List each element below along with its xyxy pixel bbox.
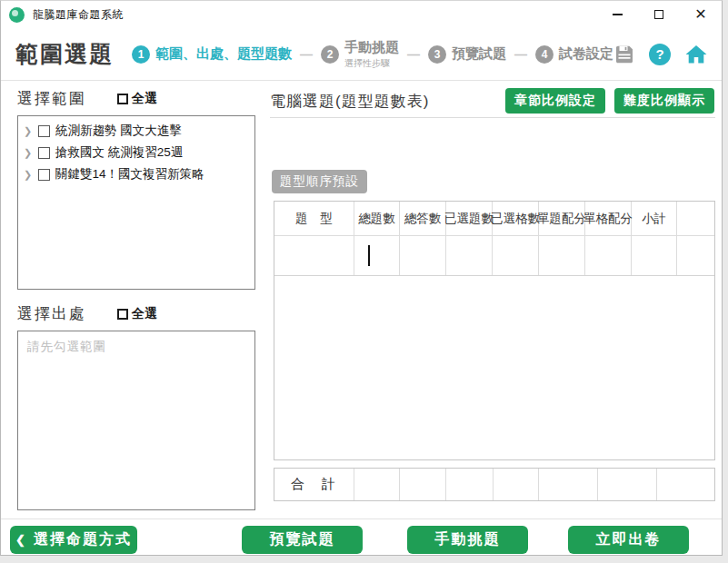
totals-cell [539, 469, 598, 500]
close-icon: ✕ [694, 7, 706, 22]
step-2-circle: 2 [321, 45, 339, 64]
step-separator: — [514, 47, 527, 62]
maximize-icon [654, 10, 663, 19]
manual-pick-button[interactable]: 手動挑題 [407, 526, 528, 554]
totals-cell [494, 469, 539, 500]
range-title: 選擇範圍 [17, 88, 86, 109]
save-icon[interactable] [613, 44, 635, 65]
col-points-per-blank: 單格配分 [585, 202, 632, 235]
help-icon[interactable]: ? [649, 44, 671, 65]
source-select-all-checkbox[interactable] [117, 309, 128, 320]
titlebar: 龍騰題庫命題系統 ✕ [1, 1, 722, 28]
tree-item-book-3[interactable]: ❯ 關鍵雙14！國文複習新策略 [20, 163, 253, 185]
close-button[interactable]: ✕ [680, 1, 722, 28]
col-selected-questions: 已選題數 [446, 202, 493, 235]
table-empty-row[interactable] [274, 236, 714, 276]
right-panel-header: 電腦選題(題型題數表) 章節比例設定 難度比例顯示 [270, 88, 714, 114]
difficulty-ratio-button[interactable]: 難度比例顯示 [614, 88, 714, 114]
app-window: 龍騰題庫命題系統 ✕ 範圍選題 1 範圍、出處、題型題數 — 2 手動挑題 選擇… [0, 0, 723, 556]
question-type-table: 題 型 總題數 總答數 已選題數 已選格數 單題配分 單格配分 小計 [274, 201, 715, 460]
totals-cell [354, 469, 400, 500]
left-panel: 選擇範圍 全選 ❯ 統測新趨勢 國文大進擊 ❯ 搶救國文 統測複習25週 ❯ 關… [17, 88, 255, 510]
tree-item-book-1[interactable]: ❯ 統測新趨勢 國文大進擊 [20, 120, 253, 142]
col-total-answers: 總答數 [400, 202, 446, 235]
step-separator: — [300, 47, 313, 62]
step-separator: — [407, 47, 420, 62]
cell-total-questions[interactable] [354, 236, 400, 275]
step-3-preview[interactable]: 3 預覽試題 [428, 45, 506, 64]
range-tree: ❯ 統測新趨勢 國文大進擊 ❯ 搶救國文 統測複習25週 ❯ 關鍵雙14！國文複… [17, 115, 255, 290]
computer-selection-title: 電腦選題(題型題數表) [270, 91, 429, 112]
step-4-paper-settings[interactable]: 4 試卷設定 [535, 45, 613, 64]
page-header: 範圍選題 1 範圍、出處、題型題數 — 2 手動挑題 選擇性步驟 — 3 預覽試… [1, 28, 722, 81]
source-select-all[interactable]: 全選 [117, 306, 157, 322]
step-2-manual-pick[interactable]: 2 手動挑題 選擇性步驟 [321, 39, 399, 70]
range-select-all[interactable]: 全選 [117, 91, 157, 107]
window-controls: ✕ [596, 1, 722, 28]
right-panel-divider [270, 117, 715, 118]
col-total-questions: 總題數 [354, 202, 400, 235]
question-order-preset-button[interactable]: 題型順序預設 [272, 170, 367, 193]
chevron-left-icon: ❮ [15, 533, 27, 547]
source-placeholder: 請先勾選範圍 [27, 339, 245, 355]
expand-icon[interactable]: ❯ [24, 169, 33, 181]
range-section-header: 選擇範圍 全選 [17, 88, 255, 109]
step-4-circle: 4 [535, 45, 553, 64]
totals-cell [446, 469, 494, 500]
step-1-range[interactable]: 1 範圍、出處、題型題數 [132, 45, 292, 64]
step-1-circle: 1 [132, 45, 150, 64]
totals-cell [400, 469, 446, 500]
cell-points-per-question[interactable] [539, 236, 585, 275]
text-cursor [368, 245, 370, 266]
app-logo-icon [9, 7, 25, 23]
cell-points-per-blank[interactable] [585, 236, 632, 275]
footer-divider [1, 519, 722, 519]
source-section-header: 選擇出處 全選 [17, 303, 255, 324]
book-2-checkbox[interactable] [38, 147, 50, 159]
col-selected-blanks: 已選格數 [493, 202, 539, 235]
header-icons: ? [613, 44, 708, 65]
cell-subtotal[interactable] [632, 236, 677, 275]
totals-cell [657, 469, 714, 500]
cell-selected-questions[interactable] [446, 236, 493, 275]
step-3-circle: 3 [428, 45, 446, 64]
wizard-steps: 1 範圍、出處、題型題數 — 2 手動挑題 選擇性步驟 — 3 預覽試題 — 4… [132, 39, 613, 70]
cell-selected-blanks[interactable] [493, 236, 539, 275]
col-question-type: 題 型 [274, 202, 354, 235]
minimize-button[interactable] [596, 1, 638, 28]
generate-paper-button[interactable]: 立即出卷 [568, 526, 689, 554]
cell-total-answers[interactable] [400, 236, 446, 275]
cell-extra[interactable] [677, 236, 714, 275]
book-1-checkbox[interactable] [38, 125, 50, 137]
col-points-per-question: 單題配分 [539, 202, 585, 235]
expand-icon[interactable]: ❯ [24, 147, 33, 159]
book-3-checkbox[interactable] [38, 169, 50, 181]
source-list[interactable]: 請先勾選範圍 [17, 331, 255, 510]
col-extra [677, 202, 714, 235]
minimize-icon [613, 14, 623, 15]
maximize-button[interactable] [638, 1, 680, 28]
cell-question-type[interactable] [274, 236, 354, 275]
back-to-method-button[interactable]: ❮ 選擇命題方式 [10, 526, 137, 554]
col-subtotal: 小計 [632, 202, 677, 235]
preview-questions-button[interactable]: 預覽試題 [242, 526, 363, 554]
expand-icon[interactable]: ❯ [24, 125, 33, 137]
table-header-row: 題 型 總題數 總答數 已選題數 已選格數 單題配分 單格配分 小計 [274, 202, 714, 236]
totals-cell [598, 469, 657, 500]
totals-label: 合 計 [274, 469, 354, 500]
range-select-all-checkbox[interactable] [117, 94, 128, 104]
totals-row: 合 計 [274, 468, 715, 501]
app-title: 龍騰題庫命題系統 [33, 7, 124, 23]
home-icon[interactable] [684, 44, 708, 65]
chapter-ratio-button[interactable]: 章節比例設定 [505, 88, 605, 114]
source-title: 選擇出處 [17, 303, 86, 324]
page-title: 範圍選題 [15, 39, 114, 69]
tree-item-book-2[interactable]: ❯ 搶救國文 統測複習25週 [20, 142, 253, 163]
